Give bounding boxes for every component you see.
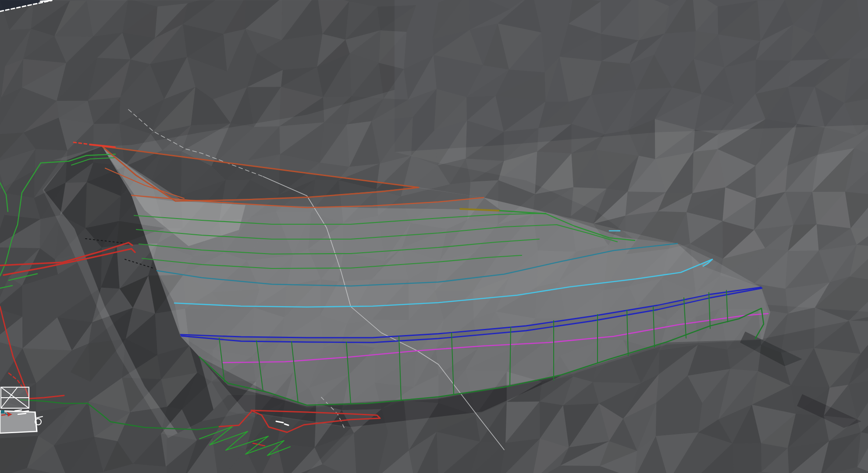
teal-marker[interactable] bbox=[1, 410, 4, 413]
ridge-dash-white-solid[interactable] bbox=[40, 0, 52, 1]
red-marker-dash[interactable] bbox=[2, 415, 5, 415]
cad-3d-viewport[interactable] bbox=[0, 0, 868, 473]
terrain-canvas[interactable] bbox=[0, 0, 868, 473]
